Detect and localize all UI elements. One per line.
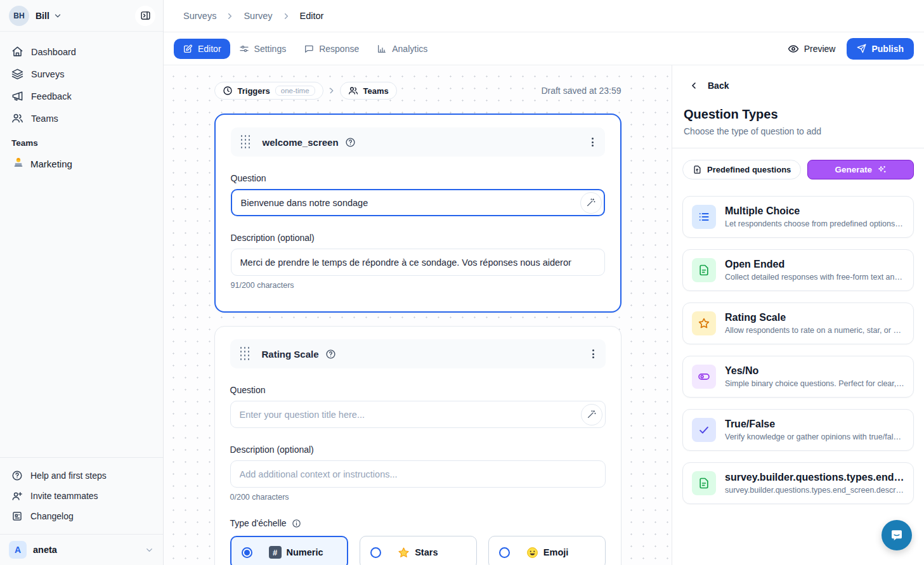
sidebar-item-surveys[interactable]: Surveys	[5, 63, 158, 85]
sidebar-nav: Dashboard Surveys Feedback Teams	[0, 32, 163, 176]
teams-section-label: Teams	[5, 129, 158, 152]
chevron-right-icon	[327, 86, 336, 95]
technologist-emoji	[13, 157, 24, 171]
panel-toggle-icon	[140, 10, 151, 21]
tab-response[interactable]: Response	[295, 39, 368, 59]
panel-subtitle: Choose the type of question to add	[682, 126, 914, 136]
chevron-down-icon	[145, 545, 154, 555]
help-circle-icon	[11, 470, 23, 481]
question-description-input[interactable]	[230, 460, 606, 488]
panel-actions: Predefined questions Generate	[682, 160, 914, 179]
teams-pill-label: Teams	[363, 86, 389, 96]
breadcrumb-survey[interactable]: Survey	[244, 11, 272, 21]
sidebar-item-label: Surveys	[31, 69, 64, 79]
chevron-right-icon	[225, 11, 235, 21]
question-title-input[interactable]	[230, 401, 606, 428]
preview-button[interactable]: Preview	[788, 43, 836, 55]
account-switcher[interactable]: A aneta	[0, 534, 163, 565]
breadcrumb: Surveys Survey Editor	[164, 0, 924, 32]
info-icon[interactable]	[292, 519, 301, 528]
numeric-keycap-icon: #	[269, 546, 282, 559]
drag-handle-icon[interactable]	[241, 135, 251, 149]
editor-content: Triggers one-time Teams Draft saved at 2…	[164, 65, 924, 565]
predefined-questions-button[interactable]: Predefined questions	[682, 160, 801, 179]
sidebar-item-teams[interactable]: Teams	[5, 107, 158, 129]
workspace-switcher[interactable]: BH Bill	[0, 0, 163, 32]
chat-launcher-button[interactable]	[882, 520, 912, 550]
chevron-left-icon	[689, 81, 699, 91]
account-avatar: A	[9, 541, 27, 559]
question-description-input[interactable]	[231, 249, 605, 276]
question-type-multiple-choice[interactable]: Multiple Choice Let respondents choose f…	[682, 196, 914, 238]
back-button[interactable]: Back	[682, 81, 914, 91]
radio-selected-icon	[242, 547, 252, 558]
sidebar-item-invite[interactable]: Invite teammates	[5, 486, 158, 506]
question-type-description: Verify knowledge or gather opinions with…	[725, 432, 904, 441]
smiley-emoji-icon	[526, 547, 538, 559]
question-type-title: Multiple Choice	[725, 205, 904, 217]
drag-handle-icon[interactable]	[240, 347, 251, 361]
question-type-yes-no[interactable]: Yes/No Simple binary choice questions. P…	[682, 356, 914, 398]
question-type-open-ended[interactable]: Open Ended Collect detailed responses wi…	[682, 249, 914, 291]
tab-settings[interactable]: Settings	[230, 39, 296, 59]
sidebar-item-feedback[interactable]: Feedback	[5, 85, 158, 107]
sidebar: BH Bill Dashboard Surveys	[0, 0, 164, 565]
description-field-label: Description (optional)	[230, 445, 606, 455]
app-root: BH Bill Dashboard Surveys	[0, 0, 924, 565]
file-icon	[693, 165, 702, 174]
card-menu-button[interactable]	[589, 135, 596, 149]
ai-rewrite-button[interactable]	[581, 404, 602, 425]
question-type-true-false[interactable]: True/False Verify knowledge or gather op…	[682, 409, 914, 451]
sidebar-item-help[interactable]: Help and first steps	[5, 465, 158, 486]
question-type-description: Allow respondents to rate on a numeric, …	[725, 326, 904, 335]
send-icon	[857, 44, 866, 53]
tab-editor[interactable]: Editor	[174, 39, 230, 59]
pencil-square-icon	[183, 44, 193, 54]
question-card-header: Rating Scale	[230, 339, 606, 368]
star-emoji-icon	[398, 547, 410, 559]
sidebar-item-label: Dashboard	[31, 47, 76, 57]
card-menu-button[interactable]	[590, 347, 597, 361]
question-card-title: welcome_screen	[263, 137, 339, 148]
check-icon	[692, 418, 716, 442]
question-field-label: Question	[231, 173, 605, 183]
main-area: Surveys Survey Editor Editor Settings Re…	[164, 0, 924, 565]
question-title-input[interactable]	[231, 189, 605, 216]
chat-bubble-icon	[889, 528, 904, 543]
teams-pill[interactable]: Teams	[340, 82, 397, 100]
file-text-icon	[692, 258, 716, 282]
file-text-icon	[692, 471, 716, 495]
generate-button[interactable]: Generate	[807, 160, 914, 179]
help-circle-icon[interactable]	[345, 137, 356, 148]
panel-title: Question Types	[682, 107, 914, 122]
question-type-end-screen[interactable]: survey.builder.questions.types.end_scr..…	[682, 462, 914, 504]
scale-option-numeric[interactable]: # Numeric	[230, 536, 349, 565]
triggers-pill[interactable]: Triggers one-time	[214, 82, 323, 100]
survey-canvas: Triggers one-time Teams Draft saved at 2…	[164, 65, 672, 565]
char-count: 0/200 characters	[230, 493, 606, 502]
ai-rewrite-button[interactable]	[580, 192, 602, 214]
scale-option-stars[interactable]: Stars	[360, 536, 477, 565]
sidebar-spacer	[0, 176, 163, 457]
editor-toolbar: Editor Settings Response Analytics Previ…	[164, 32, 924, 65]
chevron-right-icon	[282, 11, 291, 21]
question-type-description: Let respondents choose from predefined o…	[725, 219, 904, 228]
help-circle-icon[interactable]	[325, 349, 336, 360]
sidebar-item-changelog[interactable]: Changelog	[5, 506, 158, 526]
sidebar-item-label: Changelog	[30, 511, 74, 521]
star-icon	[692, 311, 716, 335]
question-card-rating-scale[interactable]: Rating Scale Question	[214, 326, 621, 565]
question-type-title: survey.builder.questions.types.end_scr..…	[725, 472, 904, 483]
question-card-welcome-screen[interactable]: welcome_screen Question	[214, 114, 621, 313]
sidebar-item-dashboard[interactable]: Dashboard	[5, 41, 158, 63]
scale-option-emoji[interactable]: Emoji	[488, 536, 606, 565]
question-type-rating-scale[interactable]: Rating Scale Allow respondents to rate o…	[682, 302, 914, 344]
sidebar-collapse-button[interactable]	[135, 6, 155, 26]
publish-button[interactable]: Publish	[847, 38, 914, 60]
team-item-label: Marketing	[30, 159, 72, 169]
layers-icon	[11, 68, 23, 80]
sidebar-item-marketing-team[interactable]: Marketing	[5, 152, 158, 176]
breadcrumb-surveys[interactable]: Surveys	[183, 11, 216, 21]
tab-analytics[interactable]: Analytics	[368, 39, 436, 59]
question-type-description: Simple binary choice questions. Perfect …	[725, 379, 904, 388]
